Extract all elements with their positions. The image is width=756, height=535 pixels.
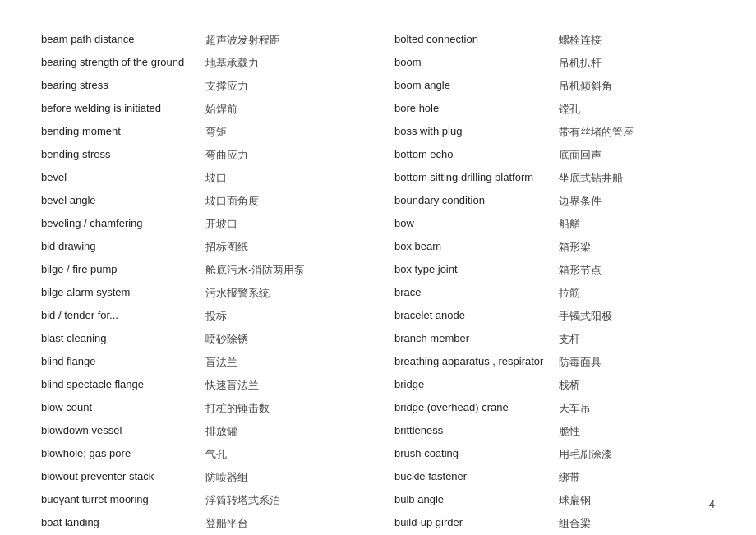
entry-english: brush coating — [394, 447, 551, 462]
entry-english: bevel — [41, 171, 197, 186]
entry-chinese: 箱形节点 — [559, 263, 715, 278]
entry-chinese: 地基承载力 — [205, 56, 362, 71]
entry-chinese: 超声波发射程距 — [205, 33, 362, 48]
entry-english: boom angle — [394, 79, 551, 94]
list-item: bulb angle球扁钢 — [394, 493, 715, 508]
entry-chinese: 带有丝堵的管座 — [559, 125, 715, 140]
entry-english: bearing stress — [41, 79, 197, 94]
entry-english: boom — [394, 56, 551, 71]
entry-english: bow — [394, 217, 551, 232]
entry-chinese: 污水报警系统 — [205, 286, 362, 301]
entry-english: buckle fastener — [394, 470, 551, 485]
entry-english: buoyant turret mooring — [41, 493, 197, 508]
list-item: bracelet anode手镯式阳极 — [394, 309, 715, 324]
entry-chinese: 始焊前 — [205, 102, 362, 117]
entry-english: before welding is initiated — [41, 102, 197, 117]
list-item: bridge (overhead) crane天车吊 — [394, 401, 715, 416]
entry-english: bearing strength of the ground — [41, 56, 197, 71]
list-item: boss with plug带有丝堵的管座 — [394, 125, 715, 140]
list-item: bid / tender for...投标 — [41, 309, 362, 324]
entry-chinese: 坡口面角度 — [205, 194, 362, 209]
entry-chinese: 坡口 — [205, 171, 362, 186]
list-item: bending stress弯曲应力 — [41, 148, 362, 163]
entry-english: bevel angle — [41, 194, 197, 209]
entry-english: brace — [394, 286, 551, 301]
entry-english: bid drawing — [41, 240, 197, 255]
entry-chinese: 船艏 — [559, 217, 715, 232]
entry-chinese: 吊机倾斜角 — [559, 79, 715, 94]
entry-english: blowdown vessel — [41, 424, 197, 439]
list-item: blind spectacle flange快速盲法兰 — [41, 378, 362, 393]
entry-english: bending moment — [41, 125, 197, 140]
entry-chinese: 投标 — [205, 309, 362, 324]
list-item: beam path distance超声波发射程距 — [41, 33, 362, 48]
entry-english: build-up girder — [394, 516, 551, 531]
entry-english: bracelet anode — [394, 309, 551, 324]
entry-english: bottom sitting drilling platform — [394, 171, 551, 186]
list-item: blowout preventer stack防喷器组 — [41, 470, 362, 485]
entry-english: bulb angle — [394, 493, 551, 508]
entry-chinese: 天车吊 — [559, 401, 715, 416]
entry-chinese: 坐底式钻井船 — [559, 171, 715, 186]
list-item: buoyant turret mooring浮筒转塔式系泊 — [41, 493, 362, 508]
list-item: boat landing登船平台 — [41, 516, 362, 531]
entry-chinese: 舱底污水-消防两用泵 — [205, 263, 362, 278]
list-item: bilge / fire pump舱底污水-消防两用泵 — [41, 263, 362, 278]
list-item: bevel angle坡口面角度 — [41, 194, 362, 209]
entry-chinese: 底面回声 — [559, 148, 715, 163]
list-item: bottom echo底面回声 — [394, 148, 715, 163]
list-item: blast cleaning喷砂除锈 — [41, 332, 362, 347]
entry-chinese: 开坡口 — [205, 217, 362, 232]
entry-english: branch member — [394, 332, 551, 347]
entry-english: bid / tender for... — [41, 309, 197, 324]
list-item: boundary condition边界条件 — [394, 194, 715, 209]
entry-chinese: 气孔 — [205, 447, 362, 462]
list-item: bilge alarm system污水报警系统 — [41, 286, 362, 301]
entry-english: blow count — [41, 401, 197, 416]
list-item: build-up girder组合梁 — [394, 516, 715, 531]
entry-chinese: 球扁钢 — [559, 493, 715, 508]
list-item: blowdown vessel排放罐 — [41, 424, 362, 439]
entry-english: blowout preventer stack — [41, 470, 197, 485]
page-container: beam path distance超声波发射程距bearing strengt… — [41, 33, 715, 535]
entry-chinese: 支杆 — [559, 332, 715, 347]
entry-chinese: 登船平台 — [205, 516, 362, 531]
entry-english: breathing apparatus , respirator — [394, 355, 551, 370]
list-item: boom吊机扒杆 — [394, 56, 715, 71]
entry-chinese: 打桩的锤击数 — [205, 401, 362, 416]
entry-english: brittleness — [394, 424, 551, 439]
list-item: brace拉筋 — [394, 286, 715, 301]
entry-english: blowhole; gas pore — [41, 447, 197, 462]
list-item: boom angle吊机倾斜角 — [394, 79, 715, 94]
entry-english: beveling / chamfering — [41, 217, 197, 232]
entry-english: bending stress — [41, 148, 197, 163]
entry-english: bolted connection — [394, 33, 551, 48]
entry-chinese: 栈桥 — [559, 378, 715, 393]
list-item: brittleness脆性 — [394, 424, 715, 439]
entry-chinese: 箱形梁 — [559, 240, 715, 255]
list-item: box beam箱形梁 — [394, 240, 715, 255]
entry-english: bridge — [394, 378, 551, 393]
entry-chinese: 绑带 — [559, 470, 715, 485]
list-item: breathing apparatus , respirator防毒面具 — [394, 355, 715, 370]
list-item: bearing stress支撑应力 — [41, 79, 362, 94]
entry-english: bottom echo — [394, 148, 551, 163]
entry-english: bridge (overhead) crane — [394, 401, 551, 416]
right-column: bolted connection螺栓连接boom吊机扒杆boom angle吊… — [394, 33, 715, 535]
entry-chinese: 螺栓连接 — [559, 33, 715, 48]
entry-english: box beam — [394, 240, 551, 255]
list-item: buckle fastener绑带 — [394, 470, 715, 485]
entry-english: boss with plug — [394, 125, 551, 140]
entry-chinese: 组合梁 — [559, 516, 715, 531]
list-item: bearing strength of the ground地基承载力 — [41, 56, 362, 71]
list-item: bolted connection螺栓连接 — [394, 33, 715, 48]
entry-chinese: 吊机扒杆 — [559, 56, 715, 71]
entry-chinese: 弯矩 — [205, 125, 362, 140]
left-column: beam path distance超声波发射程距bearing strengt… — [41, 33, 362, 535]
entry-english: boundary condition — [394, 194, 551, 209]
list-item: blow count打桩的锤击数 — [41, 401, 362, 416]
entry-chinese: 拉筋 — [559, 286, 715, 301]
entry-chinese: 浮筒转塔式系泊 — [205, 493, 362, 508]
entry-english: bilge / fire pump — [41, 263, 197, 278]
entry-chinese: 用毛刷涂漆 — [559, 447, 715, 462]
